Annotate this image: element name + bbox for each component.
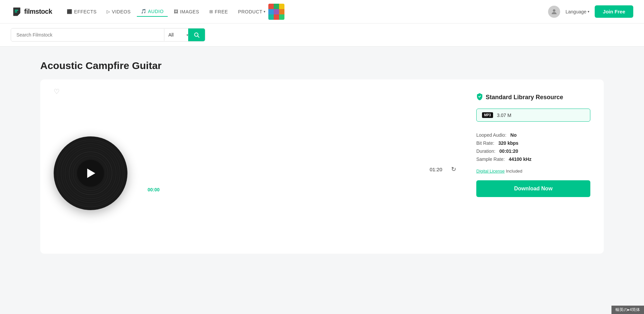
bit-rate-value: 320 kbps — [498, 140, 519, 146]
search-filter-wrapper: All Effects Videos Audio Images ▾ — [164, 29, 188, 41]
search-bar: All Effects Videos Audio Images ▾ — [0, 23, 644, 47]
nav-free[interactable]: ⊞ FREE — [205, 7, 232, 16]
logo[interactable]: filmstock — [11, 6, 52, 17]
main-nav: ⬛ EFFECTS ▷ VIDEOS 🎵 AUDIO 🖼 IMAGES ⊞ FR… — [63, 2, 537, 22]
audio-icon: 🎵 — [141, 9, 147, 14]
repeat-button[interactable]: ↻ — [451, 166, 456, 173]
search-icon — [194, 32, 200, 38]
current-time: 00:00 — [148, 187, 456, 192]
waveform-svg — [148, 154, 424, 184]
player-center: 01:20 ↻ 00:00 — [148, 93, 456, 240]
page-title: Acoustic Campfire Guitar — [40, 60, 604, 71]
svg-point-5 — [553, 9, 555, 11]
svg-line-7 — [198, 36, 199, 37]
play-icon — [87, 169, 95, 178]
license-included-text: Included — [506, 169, 522, 174]
file-info-box[interactable]: MP3 3.07 M — [476, 109, 590, 122]
shield-icon — [476, 93, 483, 102]
download-button[interactable]: Download Now — [476, 180, 590, 197]
looped-audio-value: No — [511, 132, 517, 138]
effects-icon: ⬛ — [67, 9, 72, 14]
sample-rate-value: 44100 kHz — [509, 156, 532, 162]
sample-rate-label: Sample Rate: — [476, 156, 505, 162]
play-inner — [77, 160, 104, 187]
sample-rate-row: Sample Rate: 44100 kHz — [476, 156, 590, 162]
bit-rate-row: Bit Rate: 320 kbps — [476, 140, 590, 146]
user-avatar[interactable] — [548, 6, 560, 18]
player-card: ♡ — [40, 79, 604, 254]
search-input-wrapper: All Effects Videos Audio Images ▾ — [11, 28, 205, 42]
looped-audio-row: Looped Audio: No — [476, 132, 590, 138]
header: filmstock ⬛ EFFECTS ▷ VIDEOS 🎵 AUDIO 🖼 I… — [0, 0, 644, 23]
duration-row: Duration: 00:01:20 — [476, 148, 590, 154]
duration-label: Duration: — [476, 148, 495, 154]
play-button[interactable] — [54, 136, 127, 210]
logo-text: filmstock — [24, 8, 52, 15]
nav-effects[interactable]: ⬛ EFFECTS — [63, 7, 101, 16]
nav-images[interactable]: 🖼 IMAGES — [170, 7, 203, 16]
free-icon: ⊞ — [209, 9, 213, 14]
nav-audio[interactable]: 🎵 AUDIO — [137, 7, 168, 17]
waveform[interactable] — [148, 154, 424, 184]
nav-videos[interactable]: ▷ VIDEOS — [103, 7, 135, 16]
player-left — [54, 93, 127, 240]
logo-icon — [11, 6, 21, 17]
player-right: Standard Library Resource MP3 3.07 M Loo… — [476, 93, 590, 240]
search-input[interactable] — [11, 29, 164, 41]
join-free-button[interactable]: Join Free — [595, 5, 633, 18]
chevron-down-icon: ▾ — [264, 10, 266, 13]
main-content: Acoustic Campfire Guitar ♡ — [0, 47, 644, 267]
nav-product[interactable]: PRODUCT ▾ — [234, 2, 288, 22]
file-format-badge: MP3 — [482, 112, 493, 118]
language-selector[interactable]: Language ▾ — [566, 9, 589, 14]
shield-svg — [476, 93, 483, 100]
language-chevron-icon: ▾ — [588, 10, 589, 13]
svg-rect-3 — [15, 10, 18, 11]
product-image — [268, 4, 284, 20]
favorite-button[interactable]: ♡ — [54, 87, 60, 96]
images-icon: 🖼 — [174, 9, 178, 14]
metadata: Looped Audio: No Bit Rate: 320 kbps Dura… — [476, 132, 590, 162]
resource-header: Standard Library Resource — [476, 93, 590, 102]
looped-audio-label: Looped Audio: — [476, 132, 506, 138]
waveform-container: 01:20 ↻ — [148, 154, 456, 184]
digital-license-link[interactable]: Digital License — [476, 169, 505, 174]
bit-rate-label: Bit Rate: — [476, 140, 494, 146]
resource-title: Standard Library Resource — [486, 94, 563, 101]
file-size: 3.07 M — [497, 113, 512, 118]
svg-rect-4 — [15, 11, 17, 12]
license-row: Digital License Included — [476, 169, 590, 174]
header-right: Language ▾ Join Free — [548, 5, 633, 18]
duration-value: 00:01:20 — [499, 148, 518, 154]
product-label: PRODUCT — [238, 9, 263, 14]
videos-icon: ▷ — [107, 9, 110, 14]
search-button[interactable] — [188, 28, 205, 41]
time-display: 01:20 — [430, 167, 446, 172]
